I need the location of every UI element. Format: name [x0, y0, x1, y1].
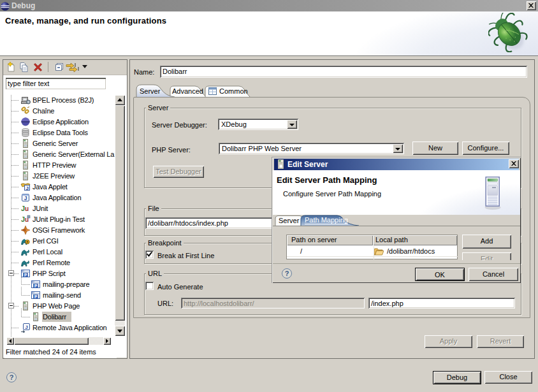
svg-text:u: u [25, 205, 29, 212]
svg-text:J: J [25, 324, 28, 330]
svg-text:J: J [25, 185, 28, 191]
svg-text:J: J [24, 195, 27, 201]
